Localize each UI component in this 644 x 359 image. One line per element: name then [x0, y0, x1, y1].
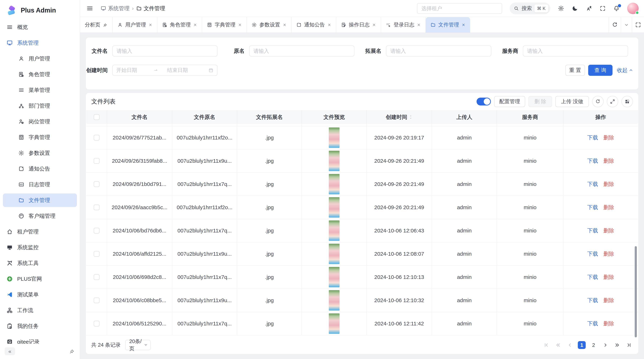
page-1-button[interactable]: 1: [578, 341, 586, 349]
breadcrumb-current[interactable]: 文件管理: [136, 5, 165, 12]
delete-link[interactable]: 删除: [604, 227, 614, 234]
row-checkbox[interactable]: [94, 298, 100, 303]
config-manage-button[interactable]: 配置管理: [494, 96, 525, 107]
col-preview[interactable]: 文件预览: [302, 110, 367, 124]
sidebar-item[interactable]: PLUS官网: [3, 272, 77, 286]
row-checkbox[interactable]: [94, 205, 100, 210]
delete-link[interactable]: 删除: [604, 320, 614, 327]
search-button[interactable]: 查 询: [588, 65, 612, 76]
col-original-name[interactable]: 文件原名: [172, 110, 237, 124]
delete-link[interactable]: 删除: [604, 250, 614, 258]
date-range-input[interactable]: 开始日期 结束日期: [112, 65, 218, 76]
row-checkbox[interactable]: [94, 158, 100, 164]
next-5-pages-button[interactable]: [613, 341, 621, 349]
sidebar-item[interactable]: 角色管理: [3, 68, 77, 81]
expand-list-button[interactable]: [607, 96, 618, 107]
sidebar-item[interactable]: 租户管理: [3, 225, 77, 239]
download-link[interactable]: 下载: [587, 181, 598, 188]
page-size-select[interactable]: 20条/页: [125, 340, 150, 350]
file-preview-image[interactable]: [329, 290, 340, 311]
avatar[interactable]: [627, 3, 639, 14]
reset-button[interactable]: 重 置: [565, 65, 585, 76]
fullscreen-icon[interactable]: [600, 5, 606, 11]
filter-field-input[interactable]: [386, 45, 491, 56]
tab[interactable]: 字典管理: [202, 17, 247, 32]
pin-sidebar-icon[interactable]: [69, 348, 75, 354]
sidebar-item[interactable]: gitee记录: [3, 335, 77, 344]
delete-button[interactable]: 删 除: [528, 96, 552, 107]
download-link[interactable]: 下载: [587, 157, 598, 165]
gear-icon[interactable]: [558, 5, 564, 12]
sidebar-item[interactable]: 系统监控: [3, 241, 77, 254]
row-checkbox[interactable]: [94, 228, 100, 234]
delete-link[interactable]: 删除: [604, 274, 614, 281]
sidebar-item[interactable]: 我的任务: [3, 319, 77, 333]
refresh-list-button[interactable]: [592, 96, 604, 107]
tab-menu-button[interactable]: [621, 17, 632, 32]
language-icon[interactable]: [586, 5, 592, 12]
file-preview-image[interactable]: [329, 127, 340, 148]
collapse-filter-link[interactable]: 收起: [617, 67, 633, 74]
delete-link[interactable]: 删除: [604, 181, 614, 188]
row-checkbox[interactable]: [94, 274, 100, 280]
col-provider[interactable]: 服务商: [497, 110, 564, 124]
tab[interactable]: 文件管理: [426, 17, 470, 32]
file-preview-image[interactable]: [329, 267, 340, 287]
sidebar-collapse-button[interactable]: «: [5, 347, 15, 355]
filter-field-input[interactable]: [523, 45, 628, 56]
tab[interactable]: 通知公告: [292, 17, 336, 32]
download-link[interactable]: 下载: [587, 297, 598, 304]
download-link[interactable]: 下载: [587, 320, 598, 327]
download-link[interactable]: 下载: [587, 227, 598, 234]
col-uploader[interactable]: 上传人: [432, 110, 497, 124]
row-checkbox[interactable]: [94, 251, 100, 257]
page-2-button[interactable]: 2: [590, 341, 598, 349]
file-preview-image[interactable]: [329, 174, 340, 194]
sort-icon[interactable]: [409, 114, 413, 120]
sidebar-item[interactable]: 岗位管理: [3, 115, 77, 128]
row-checkbox[interactable]: [94, 181, 100, 187]
download-link[interactable]: 下载: [587, 274, 598, 281]
last-page-button[interactable]: [625, 341, 633, 349]
close-icon[interactable]: [372, 23, 376, 27]
close-icon[interactable]: [193, 23, 197, 27]
sidebar-item[interactable]: 测试菜单: [3, 288, 77, 302]
sidebar-item[interactable]: 系统工具: [3, 256, 77, 270]
column-settings-button[interactable]: [622, 96, 633, 107]
sidebar-item[interactable]: 部门管理: [3, 99, 77, 113]
row-checkbox[interactable]: [94, 135, 100, 140]
sidebar-item[interactable]: 字典管理: [3, 130, 77, 144]
sidebar-item[interactable]: 文件管理: [3, 193, 77, 207]
row-checkbox[interactable]: [94, 321, 100, 327]
sidebar-item[interactable]: 工作流: [3, 304, 77, 317]
close-icon[interactable]: [148, 23, 152, 27]
sidebar-item[interactable]: 用户管理: [3, 52, 77, 65]
sidebar-item[interactable]: 客户端管理: [3, 209, 77, 223]
download-link[interactable]: 下载: [587, 134, 598, 141]
tab[interactable]: 登录日志: [381, 17, 426, 32]
prev-5-pages-button[interactable]: [554, 341, 562, 349]
global-search[interactable]: 搜索 ⌘ K: [510, 2, 550, 14]
table-scrollbar-thumb[interactable]: [635, 246, 637, 337]
logo[interactable]: Plus Admin: [0, 0, 80, 20]
tab[interactable]: 参数设置: [247, 17, 292, 32]
close-icon[interactable]: [462, 23, 466, 27]
delete-link[interactable]: 删除: [604, 134, 614, 141]
sidebar-item[interactable]: 菜单管理: [3, 83, 77, 97]
col-created-time[interactable]: 创建时间: [367, 110, 432, 124]
search-panel-toggle[interactable]: [476, 98, 491, 105]
tenant-select-input[interactable]: [417, 3, 502, 14]
content-fullscreen-button[interactable]: [632, 17, 644, 32]
sidebar-item[interactable]: 通知公告: [3, 162, 77, 176]
file-preview-image[interactable]: [329, 220, 340, 241]
refresh-tab-button[interactable]: [608, 17, 621, 32]
close-icon[interactable]: [327, 23, 331, 27]
sidebar-item[interactable]: 系统管理: [3, 36, 77, 50]
download-link[interactable]: 下载: [587, 250, 598, 258]
close-icon[interactable]: [238, 23, 242, 27]
select-all-checkbox[interactable]: [94, 114, 100, 120]
next-page-button[interactable]: [602, 341, 609, 349]
tab[interactable]: 分析页: [80, 17, 113, 32]
delete-link[interactable]: 删除: [604, 297, 614, 304]
file-preview-image[interactable]: [329, 314, 340, 334]
